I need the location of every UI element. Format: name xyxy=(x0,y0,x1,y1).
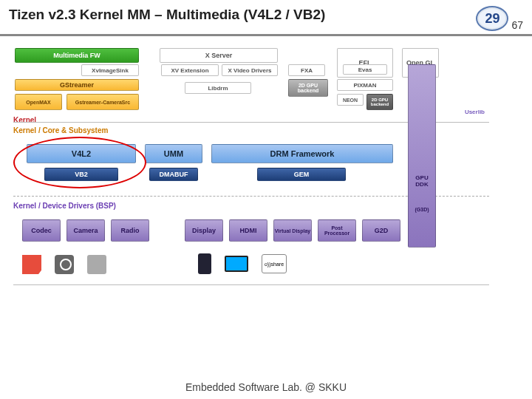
camera-icon xyxy=(55,255,74,274)
box-libdrm: Libdrm xyxy=(185,82,251,94)
movie-icon xyxy=(22,255,41,274)
box-hdmi: HDMI xyxy=(229,219,267,242)
box-umm: UMM xyxy=(145,144,202,163)
box-g2d: G2D xyxy=(362,219,400,242)
box-multimedia-fw: Multimedia FW xyxy=(15,48,139,63)
label-kernel-core: Kernel / Core & Subsystem xyxy=(13,126,108,134)
box-gem: GEM xyxy=(257,168,346,181)
box-gstreamer-camera-src: Gstreamer-CameraSrc xyxy=(66,94,139,110)
device-icons-row xyxy=(22,255,106,274)
box-neon: NEON xyxy=(337,94,364,106)
display-icons-row: o))share xyxy=(198,253,287,274)
box-gpu-ddk: GPU DDK (G3D) xyxy=(408,64,436,248)
slide-footer: Embedded Software Lab. @ SKKU xyxy=(0,381,532,393)
box-evas: Evas xyxy=(343,64,387,75)
slide-title: Tizen v2.3 Kernel MM – Multimedia (V4L2 … xyxy=(9,6,468,24)
radio-icon xyxy=(87,255,106,274)
monitor-icon xyxy=(225,256,248,272)
box-fxa: FXA xyxy=(288,64,325,76)
label-kernel: Kernel xyxy=(13,116,36,124)
label-kernel-bsp: Kernel / Device Drivers (BSP) xyxy=(13,202,116,210)
box-pixman: PIXMAN xyxy=(337,79,393,91)
page-badge: 29 67 xyxy=(476,6,523,31)
box-x-server: X Server xyxy=(160,48,278,63)
label-g3d: (G3D) xyxy=(415,207,429,212)
phone-icon xyxy=(198,253,211,274)
box-drm-framework: DRM Framework xyxy=(211,144,393,163)
box-dmabuf: DMABUF xyxy=(149,168,198,181)
box-openmax: OpenMAX xyxy=(15,94,62,110)
box-xvimagesink: XvImageSink xyxy=(81,64,139,76)
box-post-processor: Post Processor xyxy=(318,219,356,242)
box-2d-gpu-backend-2: 2D GPU backend xyxy=(366,94,393,110)
box-radio: Radio xyxy=(111,219,149,242)
box-display: Display xyxy=(185,219,223,242)
box-x-video-drivers: X Video Drivers xyxy=(222,64,278,76)
page-total: 67 xyxy=(511,19,523,31)
box-xv-extension: XV Extension xyxy=(161,64,219,76)
label-gpu-ddk: GPU DDK xyxy=(409,174,435,188)
slide-header: Tizen v2.3 Kernel MM – Multimedia (V4L2 … xyxy=(0,0,532,36)
box-camera: Camera xyxy=(66,219,105,242)
label-userlib: Userlib xyxy=(465,109,485,115)
box-2d-gpu-backend-1: 2D GPU backend xyxy=(288,79,328,97)
box-v4l2: V4L2 xyxy=(27,144,136,163)
architecture-diagram: Multimedia FW X Server EFL Open GL XvIma… xyxy=(13,48,519,329)
box-gstreamer: GStreamer xyxy=(15,79,139,91)
page-current: 29 xyxy=(476,6,508,31)
box-virtual-display: Virtual Display xyxy=(273,219,312,242)
box-codec: Codec xyxy=(22,219,61,242)
box-vb2: VB2 xyxy=(44,168,118,181)
share-icon: o))share xyxy=(262,254,287,273)
